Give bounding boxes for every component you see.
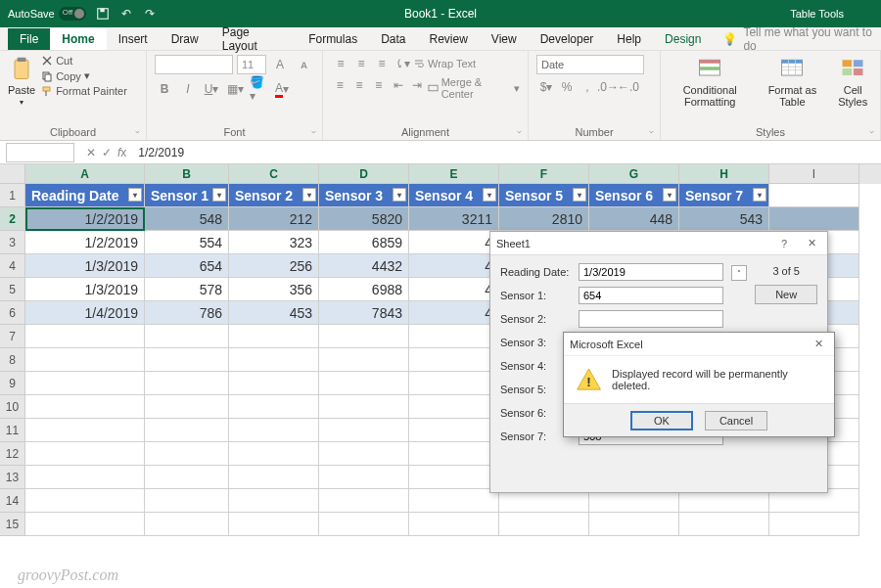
row-header-10[interactable]: 10 [0, 395, 25, 419]
cell[interactable] [229, 419, 319, 442]
percent-button[interactable]: % [557, 78, 577, 96]
cell[interactable] [229, 442, 319, 466]
cell[interactable] [769, 207, 859, 231]
row-header-15[interactable]: 15 [0, 513, 25, 536]
cell[interactable]: 4 [409, 301, 499, 325]
cell[interactable] [319, 395, 409, 419]
wrap-text-button[interactable]: Wrap Text [413, 55, 476, 72]
table-header[interactable]: Sensor 7▾ [679, 184, 769, 207]
table-header[interactable]: Sensor 3▾ [319, 184, 409, 207]
cell[interactable]: 453 [229, 301, 319, 325]
cell[interactable] [25, 489, 145, 513]
cell[interactable] [25, 348, 145, 372]
filter-dropdown-icon[interactable]: ▾ [302, 188, 316, 202]
filter-dropdown-icon[interactable]: ▾ [483, 188, 496, 202]
cell[interactable] [319, 442, 409, 466]
cell[interactable]: 2810 [499, 207, 589, 231]
align-left-icon[interactable]: ≡ [331, 76, 349, 94]
cell[interactable] [409, 348, 499, 372]
row-header-1[interactable]: 1 [0, 184, 25, 207]
cell[interactable]: 543 [679, 207, 769, 231]
underline-button[interactable]: U▾ [202, 80, 221, 98]
sensor1-field[interactable] [579, 287, 723, 304]
bold-button[interactable]: B [155, 80, 174, 98]
italic-button[interactable]: I [178, 80, 198, 98]
cell[interactable] [589, 513, 679, 536]
align-bottom-icon[interactable]: ≡ [372, 55, 392, 72]
font-size-select[interactable] [237, 55, 266, 74]
ok-button[interactable]: OK [630, 411, 693, 430]
row-header-12[interactable]: 12 [0, 442, 25, 466]
cancel-button[interactable]: Cancel [705, 411, 767, 430]
cell[interactable] [145, 348, 229, 372]
cell[interactable] [409, 466, 499, 489]
conditional-formatting-button[interactable]: Conditional Formatting [669, 55, 751, 108]
undo-icon[interactable]: ↶ [119, 7, 133, 21]
row-header-14[interactable]: 14 [0, 489, 25, 513]
tab-review[interactable]: Review [418, 28, 480, 50]
row-header-6[interactable]: 6 [0, 301, 25, 325]
cell[interactable]: 212 [229, 207, 319, 231]
decrease-decimal-icon[interactable]: ←.0 [619, 78, 638, 96]
redo-icon[interactable]: ↷ [143, 7, 157, 21]
col-header-A[interactable]: A [25, 164, 145, 184]
col-header-H[interactable]: H [679, 164, 769, 184]
cell[interactable] [25, 466, 145, 489]
table-header[interactable]: Sensor 2▾ [229, 184, 319, 207]
table-header[interactable]: Reading Date▾ [25, 184, 145, 207]
cut-button[interactable]: Cut [41, 55, 127, 67]
cell[interactable] [145, 513, 229, 536]
cell[interactable]: 4 [409, 278, 499, 301]
cell[interactable]: 786 [145, 301, 229, 325]
increase-font-icon[interactable]: A [270, 56, 290, 73]
cancel-formula-icon[interactable]: ✕ [86, 146, 96, 159]
cell[interactable] [145, 466, 229, 489]
cell[interactable]: 4432 [319, 254, 409, 278]
row-header-2[interactable]: 2 [0, 207, 25, 231]
number-format-select[interactable] [536, 55, 644, 74]
cell[interactable] [769, 184, 859, 207]
cell[interactable] [319, 489, 409, 513]
row-header-4[interactable]: 4 [0, 254, 25, 278]
cell[interactable] [769, 513, 859, 536]
col-header-E[interactable]: E [409, 164, 499, 184]
cell[interactable] [409, 442, 499, 466]
col-header-F[interactable]: F [499, 164, 589, 184]
cell[interactable] [145, 325, 229, 348]
cell[interactable] [229, 372, 319, 395]
cell[interactable] [229, 466, 319, 489]
cell[interactable] [25, 395, 145, 419]
fill-color-button[interactable]: 🪣▾ [249, 80, 268, 98]
cell[interactable] [229, 325, 319, 348]
cell[interactable] [409, 325, 499, 348]
fx-icon[interactable]: fx [117, 146, 126, 159]
format-painter-button[interactable]: Format Painter [41, 85, 127, 97]
cell[interactable]: 1/2/2019 [25, 207, 145, 231]
tell-me[interactable]: 💡 Tell me what you want to do [722, 25, 881, 53]
scroll-up-icon[interactable]: ˄ [731, 265, 747, 281]
filter-dropdown-icon[interactable]: ▾ [753, 188, 766, 202]
cell-styles-button[interactable]: Cell Styles [833, 55, 872, 108]
col-header-G[interactable]: G [589, 164, 679, 184]
name-box[interactable] [6, 143, 74, 162]
autosave-toggle[interactable]: AutoSave [8, 7, 86, 21]
copy-button[interactable]: Copy ▾ [41, 69, 127, 82]
cell[interactable]: 356 [229, 278, 319, 301]
decrease-font-icon[interactable]: ᴀ [294, 56, 313, 73]
border-button[interactable]: ▦▾ [225, 80, 245, 98]
cell[interactable] [319, 348, 409, 372]
cell[interactable] [409, 419, 499, 442]
formula-input[interactable]: 1/2/2019 [132, 146, 881, 159]
cell[interactable]: 5820 [319, 207, 409, 231]
font-color-button[interactable]: A▾ [272, 80, 292, 98]
cell[interactable]: 1/3/2019 [25, 254, 145, 278]
cell[interactable] [319, 419, 409, 442]
cell[interactable] [25, 372, 145, 395]
close-icon[interactable]: ✕ [802, 235, 821, 252]
orientation-icon[interactable]: ⤹▾ [393, 55, 412, 72]
cell[interactable]: 1/2/2019 [25, 231, 145, 254]
col-header-B[interactable]: B [145, 164, 229, 184]
table-header[interactable]: Sensor 5▾ [499, 184, 589, 207]
cell[interactable]: 578 [145, 278, 229, 301]
filter-dropdown-icon[interactable]: ▾ [663, 188, 676, 202]
